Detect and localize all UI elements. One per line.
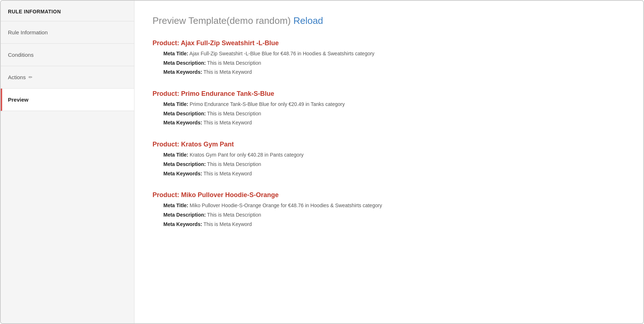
product-block-3: Product: Miko Pullover Hoodie-S-OrangeMe… (153, 191, 625, 228)
product-block-0: Product: Ajax Full-Zip Sweatshirt -L-Blu… (153, 39, 625, 76)
product-meta-title-2: Meta Title: Kratos Gym Pant for only €40… (163, 151, 625, 159)
sidebar-header: RULE INFORMATION (1, 1, 134, 21)
page-heading-static: Preview Template(demo random) (153, 15, 293, 26)
product-title-3: Product: Miko Pullover Hoodie-S-Orange (153, 191, 625, 199)
sidebar-header-title: RULE INFORMATION (8, 9, 61, 14)
product-title-2: Product: Kratos Gym Pant (153, 141, 625, 148)
product-meta-desc-1: Meta Description: This is Meta Descripti… (163, 110, 625, 118)
product-meta-title-1: Meta Title: Primo Endurance Tank-S-Blue … (163, 101, 625, 108)
sidebar-item-label-actions: Actions (8, 74, 26, 80)
sidebar-item-label-preview: Preview (8, 97, 29, 103)
product-meta-desc-0: Meta Description: This is Meta Descripti… (163, 59, 625, 67)
sidebar-item-label-rule-information: Rule Information (8, 29, 48, 35)
product-title-1: Product: Primo Endurance Tank-S-Blue (153, 90, 625, 98)
sidebar-item-conditions[interactable]: Conditions (1, 44, 134, 66)
sidebar-item-rule-information[interactable]: Rule Information (1, 21, 134, 44)
sidebar-nav: Rule InformationConditionsActions✏Previe… (1, 21, 134, 111)
product-meta-title-3: Meta Title: Miko Pullover Hoodie-S-Orang… (163, 202, 625, 210)
product-meta-desc-2: Meta Description: This is Meta Descripti… (163, 161, 625, 169)
product-title-0: Product: Ajax Full-Zip Sweatshirt -L-Blu… (153, 39, 625, 47)
sidebar-item-preview[interactable]: Preview (1, 89, 134, 111)
product-meta-kw-2: Meta Keywords: This is Meta Keyword (163, 170, 625, 178)
sidebar: RULE INFORMATION Rule InformationConditi… (1, 1, 134, 323)
sidebar-item-label-conditions: Conditions (8, 52, 34, 58)
main-content: Preview Template(demo random) Reload Pro… (134, 1, 643, 323)
sidebar-item-actions[interactable]: Actions✏ (1, 66, 134, 89)
page-heading: Preview Template(demo random) Reload (153, 15, 625, 26)
edit-icon: ✏ (29, 74, 33, 80)
product-block-1: Product: Primo Endurance Tank-S-BlueMeta… (153, 90, 625, 127)
app-container: RULE INFORMATION Rule InformationConditi… (0, 0, 644, 324)
product-meta-desc-3: Meta Description: This is Meta Descripti… (163, 211, 625, 219)
reload-link[interactable]: Reload (293, 15, 323, 26)
products-list: Product: Ajax Full-Zip Sweatshirt -L-Blu… (153, 39, 625, 228)
product-meta-kw-1: Meta Keywords: This is Meta Keyword (163, 119, 625, 127)
product-meta-kw-0: Meta Keywords: This is Meta Keyword (163, 68, 625, 76)
product-meta-title-0: Meta Title: Ajax Full-Zip Sweatshirt -L-… (163, 50, 625, 58)
product-block-2: Product: Kratos Gym PantMeta Title: Krat… (153, 141, 625, 178)
product-meta-kw-3: Meta Keywords: This is Meta Keyword (163, 221, 625, 229)
